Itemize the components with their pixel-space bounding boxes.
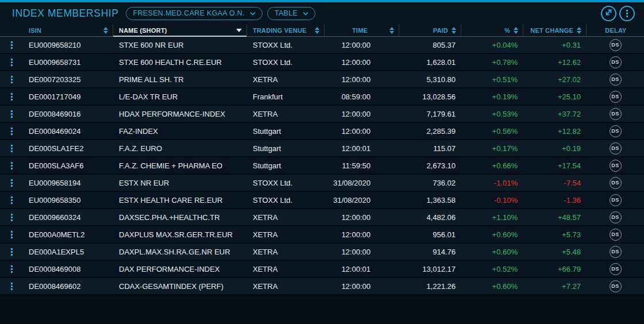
percent-change-cell: +0.17%	[461, 144, 523, 153]
column-header-time[interactable]: TIME	[325, 24, 399, 36]
column-header-menu	[0, 24, 23, 36]
net-change-cell: +0.19	[523, 144, 587, 153]
row-menu-button[interactable]	[0, 162, 23, 169]
table-row[interactable]: DE000SLA3AF6 F.A.Z. CHEMIE + PHARMA EO S…	[0, 157, 644, 175]
name-cell: DAXPL.MAX.SH.RA.GE.NR EUR	[113, 248, 247, 256]
row-kebab-icon	[11, 128, 13, 135]
column-header-percent[interactable]: %	[461, 24, 523, 36]
venue-cell: XETRA	[247, 282, 325, 291]
table-row[interactable]: DE000SLA1FE2 F.A.Z. EURO Stuttgart 12:00…	[0, 140, 644, 157]
row-menu-button[interactable]	[0, 214, 23, 221]
delay-cell: DS	[587, 91, 644, 103]
name-cell: F.A.Z. EURO	[113, 144, 247, 153]
table-row[interactable]: EU0009658194 ESTX NR EUR STOXX Ltd. 31/0…	[0, 175, 644, 192]
venue-cell: XETRA	[247, 248, 325, 256]
row-menu-button[interactable]	[0, 41, 23, 49]
row-menu-button[interactable]	[0, 93, 23, 101]
isin-cell: EU0009658350	[23, 196, 113, 205]
delay-source-badge: DS	[610, 125, 622, 137]
net-change-cell: +27.02	[523, 75, 587, 84]
row-menu-button[interactable]	[0, 128, 23, 135]
paid-cell: 914.76	[376, 248, 461, 256]
row-kebab-icon	[11, 76, 13, 83]
isin-cell: DE0008469016	[23, 110, 113, 118]
table-row[interactable]: DE0008469016 HDAX PERFORMANCE-INDEX XETR…	[0, 106, 644, 123]
column-header-name[interactable]: NAME (SHORT)	[113, 24, 247, 36]
delay-cell: DS	[587, 160, 644, 172]
column-header-delay: DELAY	[587, 24, 644, 36]
paid-cell: 1,363.58	[376, 196, 461, 205]
row-menu-button[interactable]	[0, 283, 23, 290]
delay-cell: DS	[587, 125, 644, 137]
delay-cell: DS	[587, 108, 644, 120]
sort-icon	[103, 27, 108, 34]
delay-cell: DS	[587, 39, 644, 51]
sort-icon	[452, 27, 456, 34]
sort-desc-icon	[236, 29, 242, 32]
table-row[interactable]: EU0009658731 STXE 600 HEALTH C.RE.EUR ST…	[0, 54, 644, 71]
column-header-paid[interactable]: PAID	[399, 24, 461, 36]
table-row[interactable]: DE0007203325 PRIME ALL SH. TR XETRA 12:0…	[0, 71, 644, 88]
name-cell: ESTX HEALTH CARE RE.EUR	[113, 196, 247, 205]
column-header-trading-venue[interactable]: TRADING VENUE	[247, 24, 325, 36]
row-menu-button[interactable]	[0, 179, 23, 187]
percent-change-cell: +1.10%	[461, 213, 523, 222]
delay-source-badge: DS	[610, 160, 622, 172]
sort-icon	[390, 27, 394, 34]
paid-cell: 4,482.06	[376, 213, 461, 222]
isin-cell: EU0009658194	[23, 179, 113, 187]
row-menu-button[interactable]	[0, 265, 23, 273]
row-menu-button[interactable]	[0, 110, 23, 118]
column-header-isin[interactable]: ISIN	[23, 24, 113, 36]
row-kebab-icon	[11, 110, 13, 118]
table-row[interactable]: EU0009658350 ESTX HEALTH CARE RE.EUR STO…	[0, 192, 644, 209]
delay-source-badge: DS	[610, 229, 622, 241]
percent-change-cell: +0.56%	[461, 127, 523, 136]
table-row[interactable]: DE0008469602 CDAX-GESAMTINDEX (PERF) XET…	[0, 278, 644, 295]
table-row[interactable]: DE0009660324 DAXSEC.PHA.+HEALTHC.TR XETR…	[0, 209, 644, 226]
chevron-down-icon	[303, 11, 308, 16]
row-kebab-icon	[11, 59, 13, 66]
venue-cell: STOXX Ltd.	[247, 179, 325, 187]
delay-cell: DS	[587, 56, 644, 68]
delay-source-badge: DS	[610, 39, 622, 51]
row-menu-button[interactable]	[0, 59, 23, 66]
percent-change-cell: +0.19%	[461, 92, 523, 101]
table-row[interactable]: DE0008469008 DAX PERFORMANCE-INDEX XETRA…	[0, 261, 644, 278]
expand-button[interactable]	[601, 6, 616, 21]
row-menu-button[interactable]	[0, 76, 23, 83]
time-cell: 11:59:50	[325, 161, 376, 170]
table-row[interactable]: DE000A0METL2 DAXPLUS MAX.SR.GER.TR.EUR X…	[0, 226, 644, 244]
venue-cell: STOXX Ltd.	[247, 41, 325, 49]
row-menu-button[interactable]	[0, 145, 23, 152]
row-menu-button[interactable]	[0, 231, 23, 238]
net-change-cell: +12.82	[523, 127, 587, 136]
instrument-selector[interactable]: FRESEN.MED.CARE KGAA O.N.	[126, 7, 263, 20]
paid-cell: 956.01	[376, 230, 461, 239]
venue-cell: XETRA	[247, 75, 325, 84]
row-kebab-icon	[11, 214, 13, 221]
paid-cell: 1,221.26	[376, 282, 461, 291]
paid-cell: 2,673.10	[376, 161, 461, 170]
row-menu-button[interactable]	[0, 196, 23, 204]
net-change-cell: +0.31	[523, 41, 587, 49]
delay-cell: DS	[587, 177, 644, 189]
row-menu-button[interactable]	[0, 248, 23, 256]
time-cell: 12:00:01	[325, 144, 376, 153]
table-row[interactable]: DE000A1EXPL5 DAXPL.MAX.SH.RA.GE.NR EUR X…	[0, 244, 644, 261]
widget-menu-button[interactable]	[619, 6, 635, 21]
isin-cell: DE0008469602	[23, 282, 113, 291]
percent-change-cell: +0.60%	[461, 282, 523, 291]
row-kebab-icon	[11, 145, 13, 152]
view-selector[interactable]: TABLE	[267, 7, 315, 20]
column-header-net-change[interactable]: NET CHANGE	[523, 24, 587, 36]
venue-cell: XETRA	[247, 110, 325, 118]
sort-icon	[577, 27, 581, 34]
isin-cell: DE0009660324	[23, 213, 113, 222]
table-row[interactable]: DE0008469024 FAZ-INDEX Stuttgart 12:00:0…	[0, 123, 644, 140]
venue-cell: Stuttgart	[247, 127, 325, 136]
isin-cell: EU0009658731	[23, 58, 113, 67]
delay-cell: DS	[587, 211, 644, 223]
table-row[interactable]: EU0009658210 STXE 600 NR EUR STOXX Ltd. …	[0, 37, 644, 54]
table-row[interactable]: DE0001717049 L/E-DAX TR EUR Frankfurt 08…	[0, 88, 644, 106]
